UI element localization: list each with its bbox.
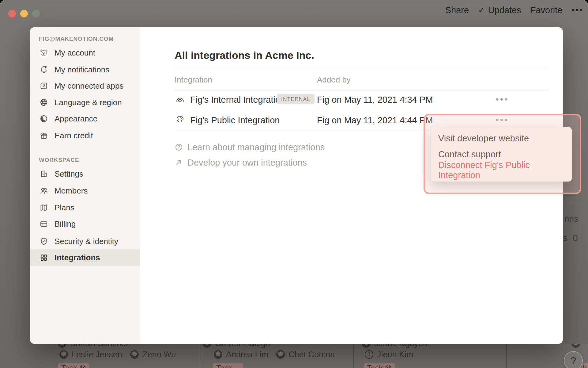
internal-badge: INTERNAL: [277, 94, 315, 104]
person-name: Zeno Wu: [142, 350, 176, 359]
cut-text-left: s: [563, 233, 567, 243]
arrow-up-right-icon: [175, 158, 183, 167]
avatar: [362, 344, 371, 348]
learn-integrations-link[interactable]: Learn about managing integrations: [175, 143, 325, 152]
sidebar-item-label: My account: [55, 48, 95, 58]
task-chip: Task ⚒: [213, 363, 243, 368]
sidebar-item-security-identity[interactable]: Security & identity: [30, 233, 140, 250]
updates-label: Updates: [488, 5, 521, 15]
added-by-value: Fig on May 11, 2021 4:44 PM: [317, 115, 433, 125]
sidebar-item-label: My connected apps: [55, 81, 123, 91]
koala-avatar-icon: [39, 48, 49, 58]
titlebar-actions: Share ✓ Updates Favorite •••: [445, 0, 583, 20]
sidebar-item-label: Billing: [55, 219, 76, 229]
column-header-integration: Integration: [175, 75, 212, 85]
credit-card-icon: [39, 219, 49, 229]
share-button[interactable]: Share: [445, 5, 469, 15]
shield-check-icon: [39, 236, 49, 247]
grid-icon: [39, 252, 49, 263]
person-name: Andrea Lim: [226, 350, 268, 359]
added-by-value: Fig on May 11, 2021 4:34 PM: [317, 95, 433, 105]
avatar: [58, 344, 66, 348]
rainbow-doodle-icon: [175, 94, 185, 104]
sidebar-item-members[interactable]: Members: [30, 182, 140, 199]
minimize-window-button[interactable]: [20, 10, 28, 17]
sidebar-item-label: My notifications: [55, 65, 109, 75]
person-row: J Jieun Kim: [365, 350, 413, 359]
notion-app-window: Share ✓ Updates Favorite ••• nns s 0 Sha…: [0, 0, 588, 368]
sidebar-item-label: Earn credit: [55, 131, 93, 140]
avatar: [203, 344, 211, 348]
letter-avatar: J: [365, 350, 373, 359]
sidebar-item-label: Plans: [55, 203, 74, 213]
board-column-divider: [353, 344, 354, 368]
background-divider-line: [563, 202, 588, 202]
avatar: [214, 350, 222, 359]
favorite-button[interactable]: Favorite: [530, 5, 563, 15]
person-row: Garrett Fidalgo: [203, 344, 270, 348]
develop-integrations-link[interactable]: Develop your own integrations: [175, 158, 307, 167]
account-email-label: FIG@MAKENOTION.COM: [39, 36, 114, 42]
divider: [175, 68, 548, 68]
person-name: Garrett Fidalgo: [215, 344, 270, 348]
person-name: Shawn Sanchez: [70, 344, 130, 348]
check-icon: ✓: [478, 5, 485, 15]
avatar: [59, 350, 68, 359]
sidebar-item-label: Settings: [55, 169, 83, 179]
arrow-out-square-icon: [39, 81, 49, 91]
sidebar-item-label: Security & identity: [55, 237, 118, 246]
sidebar-item-integrations[interactable]: Integrations: [30, 249, 140, 266]
person-name: Jenne Nguyen: [374, 344, 428, 348]
help-button[interactable]: ?: [564, 351, 583, 368]
menu-item-disconnect-integration[interactable]: Disconnect Fig's Public Integration: [431, 162, 572, 178]
row-more-options-icon[interactable]: •••: [489, 94, 515, 105]
person-row: Shawn Sanchez: [58, 344, 130, 348]
task-chip: Task ⚒: [58, 363, 89, 368]
updates-button[interactable]: ✓ Updates: [478, 5, 521, 15]
question-circle-icon: [175, 143, 183, 151]
avatar: [571, 344, 580, 348]
page-title: All integrations in Acme Inc.: [175, 49, 314, 61]
settings-sidebar: FIG@MAKENOTION.COM My account My notific…: [30, 27, 140, 344]
board-column-divider: [506, 344, 507, 368]
person-row: Andrea Lim Chet Corcos: [214, 350, 334, 359]
person-name: Jieun Kim: [377, 350, 413, 359]
background-cut-text: nns: [564, 214, 578, 224]
link-label: Learn about managing integrations: [187, 142, 325, 152]
person-name: Leslie Jensen: [72, 350, 122, 359]
integration-row: Fig's Internal Integration INTERNAL Fig …: [30, 90, 563, 108]
sidebar-item-my-notifications[interactable]: My notifications: [30, 61, 140, 78]
zoom-window-button[interactable]: [32, 10, 40, 17]
sidebar-item-settings[interactable]: Settings: [30, 166, 140, 182]
integration-name: Fig's Public Integration: [190, 115, 280, 125]
people-icon: [39, 186, 49, 196]
column-header-added-by: Added by: [317, 75, 351, 85]
cut-count-value: 0: [573, 233, 578, 243]
workspace-section-label: WORKSPACE: [39, 157, 79, 163]
close-window-button[interactable]: [8, 10, 16, 17]
palette-doodle-icon: [175, 115, 185, 125]
person-row: Leslie Jensen Zeno Wu: [59, 350, 176, 359]
sidebar-item-label: Members: [55, 186, 88, 196]
background-cut-count: s 0: [563, 233, 578, 243]
row-more-options-icon[interactable]: •••: [489, 115, 515, 125]
settings-modal: FIG@MAKENOTION.COM My account My notific…: [30, 27, 563, 344]
titlebar: Share ✓ Updates Favorite •••: [0, 0, 588, 20]
sidebar-item-label: Integrations: [55, 253, 100, 263]
sidebar-item-my-account[interactable]: My account: [30, 44, 140, 61]
building-icon: [39, 169, 49, 179]
person-row: Jenne Nguyen: [362, 344, 428, 348]
link-label: Develop your own integrations: [187, 158, 307, 168]
sidebar-item-plans[interactable]: Plans: [30, 199, 140, 216]
background-board-strip: Shawn Sanchez Leslie Jensen Zeno Wu Task…: [0, 344, 588, 368]
more-options-icon[interactable]: •••: [571, 5, 583, 15]
board-column-divider: [201, 344, 201, 368]
integration-context-menu: Visit developer website Contact support …: [431, 127, 572, 182]
menu-item-visit-developer-website[interactable]: Visit developer website: [431, 130, 572, 146]
person-row: [571, 344, 580, 348]
sidebar-item-billing[interactable]: Billing: [30, 216, 140, 232]
avatar: [276, 350, 285, 359]
integration-name: Fig's Internal Integration: [190, 95, 285, 105]
bell-icon: [39, 64, 49, 75]
person-name: Chet Corcos: [288, 350, 334, 359]
